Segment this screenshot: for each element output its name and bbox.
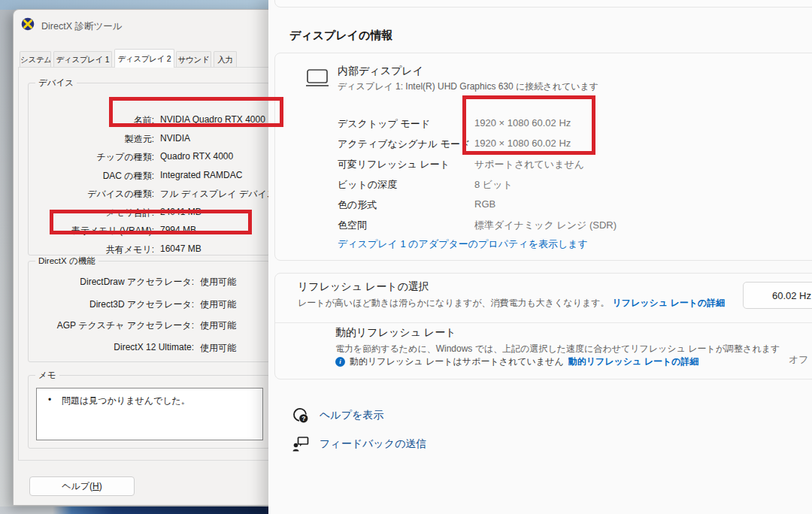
tab-sound[interactable]: サウンド: [176, 51, 211, 67]
refresh-rate-details-link[interactable]: リフレッシュ レートの詳細: [612, 298, 725, 308]
refresh-rate-card: リフレッシュ レートの選択 レートが高いほど動きは滑らかになりますが、消費電力も…: [274, 273, 812, 379]
features-group-label: DirectX の機能: [35, 255, 98, 267]
svg-text:?: ?: [301, 415, 305, 422]
dynamic-refresh-info-row: i 動的リフレッシュ レートはサポートされていません 動的リフレッシュ レートの…: [335, 355, 699, 368]
info-value: 標準ダイナミック レンジ (SDR): [474, 219, 617, 232]
device-row-shared-memory: 共有メモリ:16047 MB: [19, 243, 269, 256]
refresh-rate-description-text: レートが高いほど動きは滑らかになりますが、消費電力も大きくなります。: [298, 298, 609, 308]
device-label: デバイスの種類:: [19, 188, 154, 201]
device-label: 製造元:: [19, 133, 154, 146]
device-row-manufacturer: 製造元:NVIDIA: [19, 133, 269, 146]
annotation-box-vram: [50, 210, 252, 234]
adapter-properties-link[interactable]: ディスプレイ 1 のアダプターのプロパティを表示します: [338, 237, 588, 251]
display-info-card: 内部ディスプレイ ディスプレイ 1: Intel(R) UHD Graphics…: [274, 53, 812, 261]
device-value: NVIDIA: [160, 133, 190, 146]
get-help-label: ヘルプを表示: [320, 409, 383, 422]
settings-panel: ディスプレイの情報 内部ディスプレイ ディスプレイ 1: Intel(R) UH…: [268, 0, 812, 514]
info-label: アクティブなシグナル モード: [338, 138, 474, 151]
device-row-device-type: デバイスの種類:フル ディスプレイ デバイス: [19, 188, 269, 201]
dynamic-refresh-info-text: 動的リフレッシュ レートはサポートされていません: [350, 355, 564, 368]
memo-bullet: •: [48, 395, 62, 407]
card-divider: [275, 322, 812, 323]
device-label: 共有メモリ:: [19, 243, 154, 256]
info-value: RGB: [474, 198, 495, 212]
memo-group-label: メモ: [35, 370, 59, 381]
help-button-accesskey: H: [92, 481, 99, 491]
dynamic-refresh-toggle-state: オフ: [789, 353, 809, 367]
feature-row-directdraw: DirectDraw アクセラレータ:使用可能: [19, 276, 269, 289]
info-row-color-space: 色空間標準ダイナミック レンジ (SDR): [338, 219, 617, 232]
display-card-title: 内部ディスプレイ: [338, 65, 423, 78]
info-value: サポートされていません: [474, 158, 584, 171]
tab-system[interactable]: システム: [20, 51, 51, 67]
device-label: チップの種類:: [19, 151, 154, 164]
help-button[interactable]: ヘルプ(H): [29, 476, 135, 496]
previous-card-fragment: [274, 0, 812, 8]
help-button-label: ヘルプ(: [62, 481, 92, 491]
device-value: 16047 MB: [160, 243, 201, 256]
feature-value: 使用可能: [200, 298, 236, 311]
info-label: 色空間: [338, 219, 474, 232]
feature-label: DirectDraw アクセラレータ:: [19, 276, 194, 289]
info-row-color-format: 色の形式RGB: [338, 198, 495, 212]
tab-display-2[interactable]: ディスプレイ 2: [114, 49, 174, 68]
help-button-label-suffix: ): [99, 481, 102, 491]
feature-label: Direct3D アクセラレータ:: [19, 298, 194, 311]
feature-value: 使用可能: [200, 319, 236, 332]
send-feedback-icon: [292, 435, 310, 453]
info-label: 色の形式: [338, 198, 474, 212]
device-group-label: デバイス: [35, 77, 77, 89]
feature-label: DirectX 12 Ultimate:: [19, 342, 194, 355]
send-feedback-label: フィードバックの送信: [320, 437, 426, 451]
page-title: ディスプレイの情報: [289, 29, 392, 43]
device-label: DAC の種類:: [19, 170, 154, 183]
device-value: フル ディスプレイ デバイス: [160, 188, 276, 201]
memo-textbox[interactable]: • 問題は見つかりませんでした。: [36, 388, 263, 440]
dynamic-refresh-title: 動的リフレッシュ レート: [335, 326, 456, 340]
feature-row-agp: AGP テクスチャ アクセラレータ:使用可能: [19, 319, 269, 332]
directx-icon: [21, 17, 35, 31]
device-value: Quadro RTX 4000: [160, 151, 233, 164]
get-help-icon: ?: [292, 407, 310, 425]
display-card-subtitle: ディスプレイ 1: Intel(R) UHD Graphics 630 に接続さ…: [338, 80, 598, 93]
feature-label: AGP テクスチャ アクセラレータ:: [19, 319, 194, 332]
memo-note: • 問題は見つかりませんでした。: [48, 395, 190, 407]
feature-row-direct3d: Direct3D アクセラレータ:使用可能: [19, 298, 269, 311]
info-value: 8 ビット: [474, 178, 513, 192]
feature-value: 使用可能: [200, 342, 236, 355]
get-help-link[interactable]: ? ヘルプを表示: [292, 407, 383, 425]
refresh-rate-dropdown[interactable]: 60.02 Hz: [743, 282, 812, 309]
display-icon: [305, 68, 329, 88]
info-row-bit-depth: ビットの深度8 ビット: [338, 178, 513, 192]
tab-display-1[interactable]: ディスプレイ 1: [53, 51, 112, 67]
annotation-box-resolution: [462, 95, 595, 155]
info-row-variable-refresh: 可変リフレッシュ レートサポートされていません: [338, 158, 584, 171]
refresh-rate-title: リフレッシュ レートの選択: [298, 280, 429, 294]
feature-value: 使用可能: [200, 276, 236, 289]
window-title: DirectX 診断ツール: [41, 20, 123, 33]
feature-row-dx12: DirectX 12 Ultimate:使用可能: [19, 342, 269, 355]
dynamic-refresh-description: 電力を節約するために、Windows では、上記の選択した速度に合わせてリフレッ…: [335, 343, 780, 355]
dynamic-refresh-details-link[interactable]: 動的リフレッシュ レートの詳細: [568, 355, 699, 368]
memo-groupbox: メモ • 問題は見つかりませんでした。: [28, 375, 270, 449]
memo-text: 問題は見つかりませんでした。: [62, 395, 190, 407]
info-label: デスクトップ モード: [338, 117, 474, 131]
info-label: 可変リフレッシュ レート: [338, 158, 474, 171]
device-row-chip-type: チップの種類:Quadro RTX 4000: [19, 151, 269, 164]
send-feedback-link[interactable]: フィードバックの送信: [292, 435, 426, 453]
taskbar-edge: [0, 506, 268, 514]
refresh-rate-description: レートが高いほど動きは滑らかになりますが、消費電力も大きくなります。リフレッシュ…: [298, 297, 725, 310]
device-row-dac-type: DAC の種類:Integrated RAMDAC: [19, 170, 269, 183]
dxdiag-window: DirectX 診断ツール システム ディスプレイ 1 ディスプレイ 2 サウン…: [13, 9, 268, 506]
tab-input[interactable]: 入力: [214, 51, 237, 67]
device-value: Integrated RAMDAC: [160, 170, 242, 183]
info-icon: i: [335, 357, 345, 367]
annotation-box-gpu-name: [109, 97, 283, 127]
info-label: ビットの深度: [338, 178, 474, 192]
